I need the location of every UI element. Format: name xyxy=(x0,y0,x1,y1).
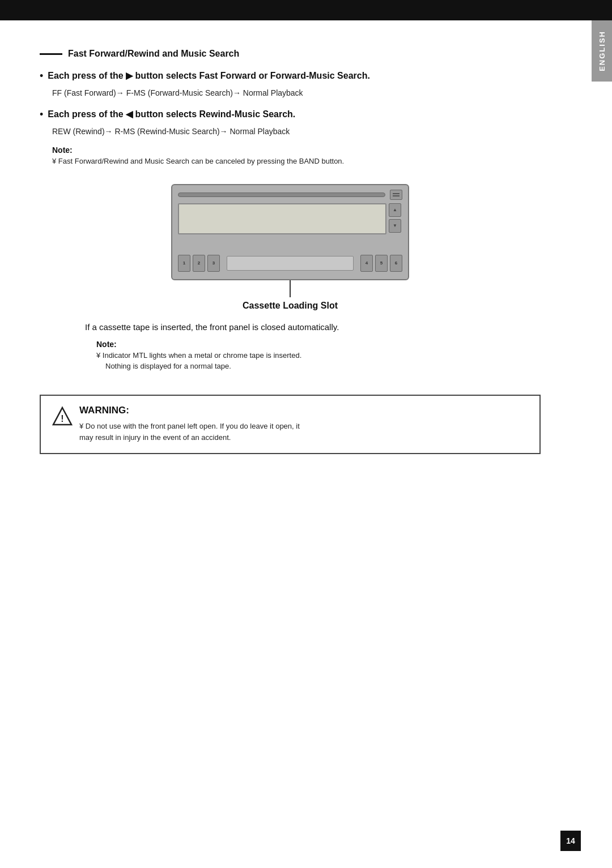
cd-slot-area xyxy=(178,190,402,200)
preset-btn-4[interactable]: 4 xyxy=(360,255,373,272)
device-container: ▲ ▼ 1 2 3 4 5 6 Cassette Load xyxy=(40,184,541,311)
warning-content: WARNING: ¥ Do not use with the front pan… xyxy=(79,405,528,444)
right-btn-down[interactable]: ▼ xyxy=(389,219,401,233)
eject-line-1 xyxy=(393,193,400,194)
preset-btn-2[interactable]: 2 xyxy=(193,255,205,272)
preset-btns-left: 1 2 3 xyxy=(178,255,220,272)
subtext-1: FF (Fast Forward)→ F-MS (Forward-Music S… xyxy=(52,87,541,99)
warning-icon-wrap: ! xyxy=(52,406,73,428)
note-text-1: ¥ Fast Forward/Rewind and Music Search c… xyxy=(52,156,541,167)
device-image: ▲ ▼ 1 2 3 4 5 6 xyxy=(171,184,409,280)
cd-slot xyxy=(178,193,385,197)
bullet-section-2: • Each press of the ◀ button selects Rew… xyxy=(40,108,541,138)
warning-icon: ! xyxy=(52,406,73,426)
bullet-dot-2: • xyxy=(40,108,43,122)
right-buttons: ▲ ▼ xyxy=(389,203,402,233)
preset-btn-5[interactable]: 5 xyxy=(375,255,388,272)
note-text-2b: Nothing is displayed for a normal tape. xyxy=(105,361,541,372)
warning-section: ! WARNING: ¥ Do not use with the front p… xyxy=(40,395,541,455)
cassette-label: Cassette Loading Slot xyxy=(243,301,338,311)
english-tab: ENGLISH xyxy=(592,20,612,82)
top-bar xyxy=(0,0,612,20)
subtext-2: REW (Rewind)→ R-MS (Rewind-Music Search)… xyxy=(52,125,541,138)
cassette-info: If a cassette tape is inserted, the fron… xyxy=(40,322,541,332)
eject-line-2 xyxy=(393,195,400,196)
note-section-2: Note: ¥ Indicator MTL lights when a meta… xyxy=(96,340,541,372)
bullet-item-1: • Each press of the ▶ button selects Fas… xyxy=(40,69,541,83)
cassette-slot-box xyxy=(227,256,354,271)
note-section-1: Note: ¥ Fast Forward/Rewind and Music Se… xyxy=(52,146,541,167)
bullet-section-1: • Each press of the ▶ button selects Fas… xyxy=(40,69,541,100)
note-label-2: Note: xyxy=(96,340,541,349)
bullet-text-2: Each press of the ◀ button selects Rewin… xyxy=(48,108,295,121)
preset-btns-right: 4 5 6 xyxy=(360,255,402,272)
section-heading-text: Fast Forward/Rewind and Music Search xyxy=(68,49,239,59)
warning-title: WARNING: xyxy=(79,405,528,416)
warning-text-2: may result in injury in the event of an … xyxy=(79,432,528,444)
svg-text:!: ! xyxy=(61,414,63,424)
bullet-text-1: Each press of the ▶ button selects Fast … xyxy=(48,69,370,83)
display-screen xyxy=(178,203,386,234)
right-btn-up[interactable]: ▲ xyxy=(389,203,401,217)
eject-button[interactable] xyxy=(390,190,402,200)
english-label: ENGLISH xyxy=(598,31,606,71)
main-content: Fast Forward/Rewind and Music Search • E… xyxy=(0,20,592,482)
page-number: 14 xyxy=(560,831,581,851)
bottom-row: 1 2 3 4 5 6 xyxy=(178,253,402,273)
pointer-container: Cassette Loading Slot xyxy=(243,280,338,311)
bullet-dot-1: • xyxy=(40,69,43,83)
bullet-item-2: • Each press of the ◀ button selects Rew… xyxy=(40,108,541,122)
note-label-1: Note: xyxy=(52,146,541,155)
pointer-line xyxy=(290,280,291,297)
section-heading: Fast Forward/Rewind and Music Search xyxy=(40,49,541,59)
preset-btn-6[interactable]: 6 xyxy=(390,255,402,272)
preset-btn-3[interactable]: 3 xyxy=(207,255,220,272)
preset-btn-1[interactable]: 1 xyxy=(178,255,190,272)
warning-text-1: ¥ Do not use with the front panel left o… xyxy=(79,421,528,433)
note-text-2a: ¥ Indicator MTL lights when a metal or c… xyxy=(96,350,541,361)
